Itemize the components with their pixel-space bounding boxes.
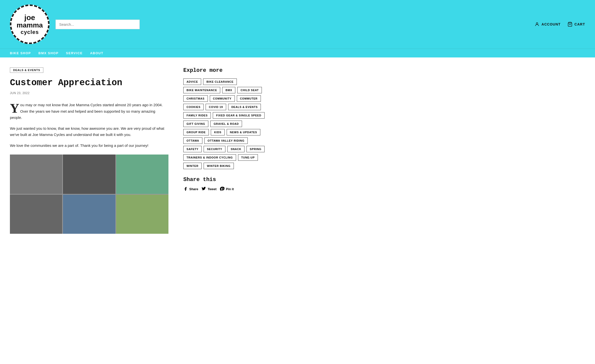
tag-tune-up[interactable]: TUNE-UP [238,154,258,161]
share-facebook-button[interactable]: Share [183,187,198,191]
tag-ottawa[interactable]: OTTAWA [183,137,202,144]
account-icon [535,22,540,27]
tag-gift-giving[interactable]: GIFT GIVING [183,121,208,127]
tag-winter[interactable]: WINTER [183,163,202,169]
explore-title: Explore more [183,67,268,74]
tag-family-rides[interactable]: FAMILY RIDES [183,112,211,119]
search-input[interactable] [59,22,134,26]
tag-group-ride[interactable]: GROUP RIDE [183,129,209,135]
twitter-icon [202,187,206,191]
article-tag[interactable]: DEALS & EVENTS [10,67,43,73]
cart-link[interactable]: CART [568,22,585,27]
article-title: Customer Appreciation [10,78,168,88]
logo-line2: mamma [17,22,43,29]
article-image-4 [10,195,62,234]
share-buttons: Share Tweet Pin it [183,187,268,191]
cart-icon [568,22,572,27]
sidebar: Explore more ADVICEBIKE CLEARANCEBIKE MA… [183,67,268,234]
tag-deals-events[interactable]: DEALS & EVENTS [228,104,261,110]
nav-item-about[interactable]: ABOUT [90,51,104,55]
facebook-icon [183,187,188,191]
cart-label: CART [574,22,585,26]
pinterest-icon [220,187,224,191]
tag-community[interactable]: COMMUNITY [210,95,235,102]
tag-spring[interactable]: SPRING [246,146,265,152]
share-twitter-label: Tweet [208,187,216,191]
tag-advice[interactable]: ADVICE [183,78,201,85]
tag-bike-maintenance[interactable]: BIKE MAINTENANCE [183,87,220,93]
tag-safety[interactable]: SAFETY [183,146,202,152]
article-date: JUN 23, 2022 [10,91,168,95]
nav-item-bike-shop[interactable]: BIKE SHOP [10,51,31,55]
share-title: Share this [183,177,268,183]
tag-snack[interactable]: SNACK [227,146,244,152]
article-paragraph-1-text: ou may or may not know that Joe Mamma Cy… [10,103,163,120]
tag-covid-19[interactable]: COVID 19 [206,104,226,110]
tag-winter-biking[interactable]: WINTER BIKING [204,163,234,169]
svg-point-2 [536,23,538,24]
tag-child-seat[interactable]: CHILD SEAT [237,87,262,93]
tag-news-updates[interactable]: NEWS & UPDATES [227,129,260,135]
tag-trainers-indoor-cycling[interactable]: TRAINERS & INDOOR CYCLING [183,154,236,161]
article-image-5 [63,195,115,234]
article-image-3 [116,155,168,194]
header-right: ACCOUNT CART [535,22,585,27]
tag-security[interactable]: SECURITY [204,146,225,152]
account-label: ACCOUNT [541,22,561,26]
logo-line3: CYCLES [17,29,43,35]
article-paragraph-2: We just wanted you to know, that we know… [10,125,168,138]
share-twitter-button[interactable]: Tweet [202,187,216,191]
nav-item-bmx-shop[interactable]: BMX SHOP [38,51,58,55]
logo-line1: joe [17,13,43,22]
tag-cookies[interactable]: COOKIES [183,104,204,110]
share-facebook-label: Share [189,187,198,191]
tag-commuter[interactable]: COMMUTER [237,95,261,102]
article-paragraph-1: Y ou may or may not know that Joe Mamma … [10,102,168,121]
tag-bmx[interactable]: BMX [222,87,235,93]
article-image-6 [116,195,168,234]
site-header: joe mamma CYCLES ACCOUNT [0,0,595,49]
search-form [55,20,140,29]
main-content: DEALS & EVENTS Customer Appreciation JUN… [0,57,595,244]
tag-gravel-road[interactable]: GRAVEL & ROAD [210,121,242,127]
article: DEALS & EVENTS Customer Appreciation JUN… [10,67,168,234]
article-body: Y ou may or may not know that Joe Mamma … [10,102,168,149]
article-image-2 [63,155,115,194]
tag-ottawa-valley-riding[interactable]: OTTAWA VALLEY RIDING [204,137,248,144]
share-pinterest-label: Pin it [226,187,234,191]
nav-item-service[interactable]: SERVICE [66,51,82,55]
tag-christmas[interactable]: CHRISTMAS [183,95,208,102]
article-image-1 [10,155,62,194]
main-nav: BIKE SHOP BMX SHOP SERVICE ABOUT [0,49,595,57]
article-image-grid [10,155,168,234]
share-pinterest-button[interactable]: Pin it [220,187,234,191]
logo[interactable]: joe mamma CYCLES [10,4,50,44]
tag-fixed-gear-single-speed[interactable]: FIXED GEAR & SINGLE SPEED [213,112,265,119]
tag-kids[interactable]: KIDS [211,129,224,135]
article-paragraph-3: We love the communities we are a part of… [10,142,168,149]
account-link[interactable]: ACCOUNT [535,22,561,27]
tags-container: ADVICEBIKE CLEARANCEBIKE MAINTENANCEBMXC… [183,78,268,169]
drop-cap: Y [10,103,19,114]
tag-bike-clearance[interactable]: BIKE CLEARANCE [203,78,237,85]
